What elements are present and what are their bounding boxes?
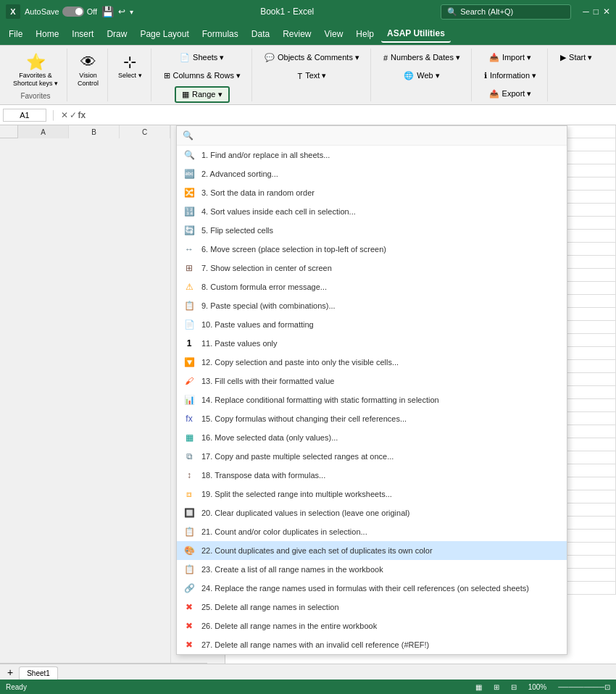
list-item[interactable]: ✖25. Delete all range names in selection <box>177 598 567 616</box>
menu-item-label: 18. Transpose data with formulas... <box>201 471 561 480</box>
new-sheet-btn[interactable]: + <box>3 665 17 680</box>
list-item[interactable]: 🔲20. Clear duplicated values in selectio… <box>177 503 567 522</box>
zoom-slider[interactable]: ─────────⊡ <box>558 683 610 691</box>
list-item[interactable]: ↔6. Move screen (place selection in top-… <box>177 240 567 259</box>
information-icon: ℹ <box>484 71 487 80</box>
list-item[interactable]: 🎨22. Count duplicates and give each set … <box>177 541 567 560</box>
text-dropdown-btn[interactable]: T Text ▾ <box>291 68 333 83</box>
menu-file[interactable]: File <box>3 26 28 42</box>
sheets-dropdown-btn[interactable]: 📄 Sheets ▾ <box>173 50 230 65</box>
menu-item-icon: 🔢 <box>183 205 196 218</box>
cell-reference-input[interactable] <box>3 109 46 122</box>
web-dropdown-btn[interactable]: 🌐 Web ▾ <box>397 68 446 83</box>
cancel-formula-icon[interactable]: ✕ <box>61 110 68 120</box>
export-label: Export ▾ <box>502 89 532 99</box>
list-item[interactable]: 🔀3. Sort the data in random order <box>177 183 567 202</box>
dropdown-search-input[interactable] <box>198 131 561 140</box>
formula-input[interactable] <box>88 109 613 122</box>
close-icon[interactable]: ✕ <box>603 7 610 17</box>
list-item[interactable]: 🔍1. Find and/or replace in all sheets... <box>177 146 567 164</box>
vision-control-btn[interactable]: 👁 VisionControl <box>73 50 103 91</box>
list-item[interactable]: 📋21. Count and/or color duplicates in se… <box>177 522 567 541</box>
list-item[interactable]: 111. Paste values only <box>177 334 567 353</box>
list-item[interactable]: 🔄5. Flip selected cells <box>177 221 567 240</box>
menu-item-label: 9. Paste special (with combinations)... <box>201 301 561 310</box>
confirm-formula-icon[interactable]: ✓ <box>70 110 77 120</box>
menu-item-icon: 1 <box>183 337 196 350</box>
status-view-layout[interactable]: ⊞ <box>494 683 499 691</box>
menu-item-label: 15. Copy formulas without changing their… <box>201 414 561 423</box>
maximize-icon[interactable]: □ <box>594 7 599 17</box>
list-item[interactable]: 📋9. Paste special (with combinations)... <box>177 296 567 315</box>
autosave-toggle[interactable] <box>62 7 84 17</box>
menu-view[interactable]: View <box>319 26 349 42</box>
menu-item-label: 11. Paste values only <box>201 339 561 348</box>
list-item[interactable]: 📊14. Replace conditional formatting with… <box>177 390 567 409</box>
insert-function-icon[interactable]: fx <box>78 110 86 120</box>
list-item[interactable]: 📄10. Paste values and formatting <box>177 315 567 334</box>
start-dropdown-btn[interactable]: ▶ Start ▾ <box>554 50 599 65</box>
export-dropdown-btn[interactable]: 📤 Export ▾ <box>483 86 538 101</box>
columns-rows-dropdown-btn[interactable]: ⊞ Columns & Rows ▾ <box>157 68 247 83</box>
menu-item-label: 13. Fill cells with their formatted valu… <box>201 377 561 385</box>
list-item[interactable]: 🔤2. Advanced sorting... <box>177 164 567 183</box>
menu-formulas[interactable]: Formulas <box>196 26 244 42</box>
menu-item-label: 17. Copy and paste multiple selected ran… <box>201 452 561 461</box>
menu-page-layout[interactable]: Page Layout <box>134 26 194 42</box>
menu-draw[interactable]: Draw <box>101 26 133 42</box>
menu-item-label: 23. Create a list of all range names in … <box>201 565 561 574</box>
list-item[interactable]: 🔗24. Replace the range names used in for… <box>177 579 567 598</box>
menu-item-label: 16. Move selected data (only values)... <box>201 433 561 442</box>
list-item[interactable]: 🖌13. Fill cells with their formatted val… <box>177 372 567 390</box>
information-dropdown-btn[interactable]: ℹ Information ▾ <box>478 68 543 83</box>
minimize-icon[interactable]: ─ <box>583 7 589 17</box>
import-dropdown-btn[interactable]: 📥 Import ▾ <box>483 50 538 65</box>
search-bar[interactable]: 🔍 Search (Alt+Q) <box>441 4 571 20</box>
menu-data[interactable]: Data <box>246 26 275 42</box>
range-label: Range ▾ <box>192 90 222 99</box>
dropdown-arrow-icon[interactable]: ▾ <box>130 8 133 16</box>
menu-asap-utilities[interactable]: ASAP Utilities <box>381 25 451 43</box>
numbers-dates-dropdown-btn[interactable]: # Numbers & Dates ▾ <box>377 50 467 65</box>
favorites-group-label: Favorites <box>20 92 50 100</box>
objects-comments-dropdown-btn[interactable]: 💬 Objects & Comments ▾ <box>258 50 366 65</box>
numbers-label: Numbers & Dates ▾ <box>391 53 460 62</box>
list-item[interactable]: 📋23. Create a list of all range names in… <box>177 560 567 579</box>
list-item[interactable]: ✖27. Delete all range names with an inva… <box>177 635 567 654</box>
status-view-normal[interactable]: ▦ <box>475 683 482 691</box>
ribbon-group-numbers: # Numbers & Dates ▾ 🌐 Web ▾ <box>372 49 472 101</box>
dropdown-menu[interactable]: 🔍 🔍1. Find and/or replace in all sheets.… <box>176 125 567 655</box>
sheet-tab-sheet1[interactable]: Sheet1 <box>19 666 58 680</box>
ribbon: ⭐ Favorites &Shortcut keys ▾ Favorites 👁… <box>0 45 616 105</box>
list-item[interactable]: ⧈19. Split the selected range into multi… <box>177 485 567 503</box>
list-item[interactable]: ✖26. Delete all range names in the entir… <box>177 616 567 635</box>
menu-item-label: 26. Delete all range names in the entire… <box>201 622 561 630</box>
menu-item-icon: fx <box>183 412 196 425</box>
list-item[interactable]: ⚠8. Custom formula error message... <box>177 277 567 296</box>
ribbon-group-favorites: ⭐ Favorites &Shortcut keys ▾ Favorites <box>4 49 67 101</box>
select-btn[interactable]: ⊹ Select ▾ <box>114 50 146 83</box>
content-area: A B C M 1 2 3 4 5 6 7 8 9 1 <box>0 125 616 694</box>
dropdown-search-bar: 🔍 <box>177 126 567 146</box>
autosave-label: AutoSave <box>25 7 59 16</box>
list-item[interactable]: 🔢4. Sort values inside each cell in sele… <box>177 202 567 221</box>
menu-help[interactable]: Help <box>350 26 380 42</box>
list-item[interactable]: ⊞7. Show selection in center of screen <box>177 259 567 277</box>
menu-review[interactable]: Review <box>277 26 317 42</box>
list-item[interactable]: 🔽12. Copy selection and paste into only … <box>177 353 567 372</box>
range-dropdown-btn[interactable]: ▦ Range ▾ <box>175 86 229 103</box>
app-wrapper: X AutoSave Off 💾 ↩ ▾ Book1 - Excel 🔍 Sea… <box>0 0 616 694</box>
favorites-shortcut-btn[interactable]: ⭐ Favorites &Shortcut keys ▾ <box>9 50 62 91</box>
menu-insert[interactable]: Insert <box>66 26 99 42</box>
save-icon[interactable]: 💾 <box>101 6 114 17</box>
undo-icon[interactable]: ↩ <box>118 7 125 17</box>
status-view-page[interactable]: ⊟ <box>511 683 517 691</box>
favorites-icon: ⭐ <box>26 53 46 72</box>
favorites-label: Favorites &Shortcut keys ▾ <box>13 72 58 88</box>
list-item[interactable]: ▦16. Move selected data (only values)... <box>177 428 567 447</box>
list-item[interactable]: ↕18. Transpose data with formulas... <box>177 466 567 485</box>
menu-home[interactable]: Home <box>30 26 64 42</box>
menu-item-icon: ✖ <box>183 601 196 614</box>
list-item[interactable]: fx15. Copy formulas without changing the… <box>177 409 567 428</box>
list-item[interactable]: ⧉17. Copy and paste multiple selected ra… <box>177 447 567 466</box>
